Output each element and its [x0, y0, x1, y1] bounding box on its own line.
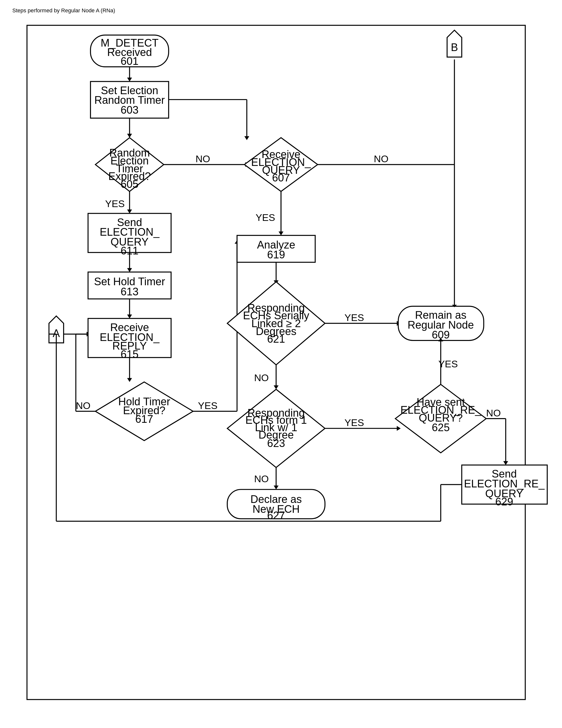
label-605-no: NO [195, 153, 210, 164]
svg-text:603: 603 [121, 104, 139, 116]
svg-marker-20 [127, 210, 132, 213]
svg-text:601: 601 [121, 55, 139, 67]
svg-text:605: 605 [121, 178, 139, 190]
svg-marker-37 [127, 268, 132, 272]
svg-text:625: 625 [432, 422, 450, 433]
label-623-no: NO [254, 473, 269, 484]
svg-text:621: 621 [267, 333, 285, 345]
svg-marker-50 [127, 378, 132, 382]
label-617-yes: YES [198, 400, 217, 411]
label-605-yes: YES [105, 198, 125, 209]
svg-marker-96 [503, 461, 508, 465]
node-B-label: B [451, 41, 458, 53]
svg-marker-41 [127, 315, 132, 319]
svg-marker-6 [127, 78, 132, 82]
label-607-no: NO [374, 153, 388, 164]
svg-text:617: 617 [135, 413, 153, 425]
label-625-no: NO [486, 408, 501, 418]
label-607-yes: YES [256, 212, 275, 223]
svg-text:627: 627 [267, 510, 285, 521]
svg-text:623: 623 [267, 437, 285, 449]
svg-marker-82 [274, 486, 279, 490]
label-625-yes: YES [438, 358, 458, 369]
svg-text:613: 613 [121, 286, 139, 298]
svg-text:619: 619 [267, 249, 285, 261]
svg-text:629: 629 [495, 496, 513, 508]
svg-marker-31 [244, 136, 249, 140]
label-621-yes: YES [345, 312, 364, 323]
svg-marker-28 [279, 231, 283, 235]
svg-text:607: 607 [272, 172, 290, 184]
label-623-yes: YES [345, 417, 364, 428]
label-617-no: NO [76, 400, 90, 411]
svg-marker-84 [397, 426, 401, 431]
diagram-container: Steps performed by Regular Node A (RNa) … [12, 7, 550, 722]
label-621-no: NO [254, 372, 269, 383]
